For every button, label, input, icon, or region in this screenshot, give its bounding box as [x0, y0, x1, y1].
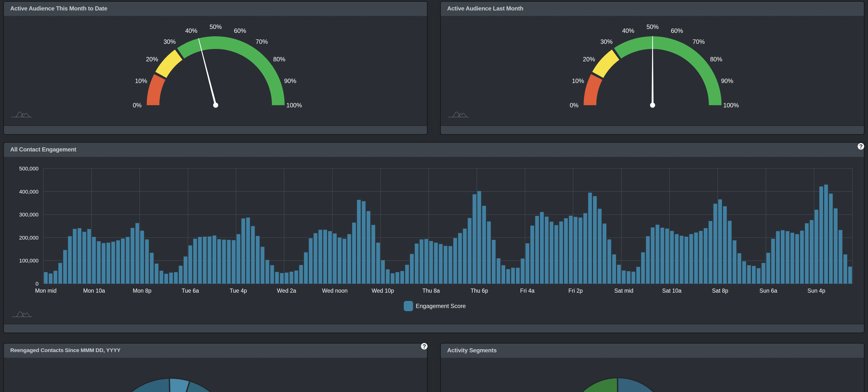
svg-text:Sat 8p: Sat 8p: [712, 288, 728, 294]
svg-text:100%: 100%: [723, 102, 739, 108]
svg-text:0: 0: [36, 281, 38, 287]
svg-text:?: ?: [423, 343, 426, 350]
svg-text:500,000: 500,000: [19, 166, 38, 172]
svg-text:Thu 8a: Thu 8a: [422, 288, 440, 294]
svg-text:80%: 80%: [710, 56, 722, 63]
svg-text:30%: 30%: [163, 38, 176, 45]
svg-text:Thu 6p: Thu 6p: [470, 288, 488, 294]
svg-text:Sat mid: Sat mid: [614, 288, 633, 294]
svg-text:Fri 4a: Fri 4a: [520, 288, 535, 294]
svg-text:40%: 40%: [622, 27, 634, 34]
svg-text:Mon 8p: Mon 8p: [133, 288, 152, 294]
svg-text:Sun 6a: Sun 6a: [760, 288, 777, 294]
svg-text:Fri 2p: Fri 2p: [568, 288, 583, 294]
svg-text:100,000: 100,000: [19, 258, 38, 264]
svg-text:70%: 70%: [692, 38, 705, 45]
svg-text:20%: 20%: [146, 56, 158, 63]
svg-text:Wed 2a: Wed 2a: [277, 288, 296, 294]
svg-text:Tue 6a: Tue 6a: [182, 288, 199, 294]
svg-text:400,000: 400,000: [19, 189, 38, 195]
svg-text:60%: 60%: [234, 27, 246, 34]
svg-text:50%: 50%: [210, 23, 222, 30]
svg-text:10%: 10%: [135, 77, 147, 84]
svg-text:90%: 90%: [721, 77, 733, 84]
svg-text:Wed noon: Wed noon: [322, 288, 347, 294]
svg-text:40%: 40%: [185, 27, 197, 34]
svg-text:10%: 10%: [572, 77, 584, 84]
svg-text:30%: 30%: [600, 38, 613, 45]
svg-text:Wed 10p: Wed 10p: [372, 288, 394, 294]
svg-text:Sun 4p: Sun 4p: [808, 288, 825, 294]
svg-text:50%: 50%: [647, 23, 659, 30]
svg-text:300,000: 300,000: [19, 211, 38, 218]
svg-text:Mon 10a: Mon 10a: [83, 288, 105, 294]
svg-text:0%: 0%: [570, 102, 579, 108]
svg-text:?: ?: [859, 143, 863, 150]
svg-text:70%: 70%: [256, 38, 268, 45]
svg-text:100%: 100%: [286, 102, 302, 108]
svg-text:200,000: 200,000: [19, 235, 38, 241]
svg-text:20%: 20%: [583, 56, 595, 63]
svg-text:60%: 60%: [671, 27, 683, 34]
svg-text:Mon mid: Mon mid: [35, 288, 57, 294]
svg-text:80%: 80%: [273, 56, 285, 63]
svg-text:Sat 10a: Sat 10a: [662, 288, 681, 294]
svg-text:90%: 90%: [284, 77, 296, 84]
svg-text:Engagement Score: Engagement Score: [416, 303, 466, 309]
svg-text:0%: 0%: [133, 102, 142, 108]
svg-text:Tue 4p: Tue 4p: [230, 288, 247, 294]
